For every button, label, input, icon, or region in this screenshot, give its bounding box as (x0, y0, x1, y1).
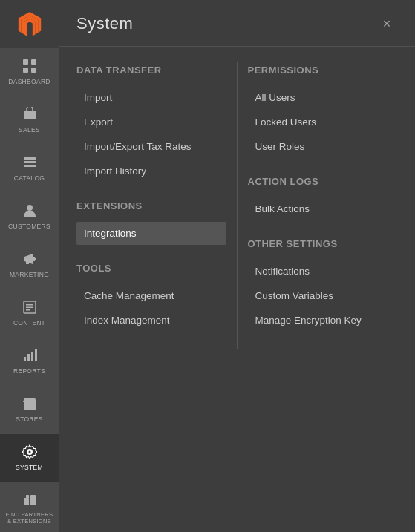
svg-rect-20 (27, 405, 32, 410)
svg-rect-12 (26, 304, 33, 306)
sales-icon (22, 107, 37, 124)
marketing-icon (22, 252, 37, 269)
system-icon (22, 444, 37, 462)
svg-rect-21 (24, 498, 29, 505)
sidebar-item-label-system: SYSTEM (16, 464, 43, 471)
action-logs-section: Action Logs Bulk Actions (248, 176, 398, 220)
svg-rect-14 (26, 309, 30, 311)
menu-item-custom-variables[interactable]: Custom Variables (248, 284, 398, 307)
other-settings-section: Other Settings Notifications Custom Vari… (248, 238, 398, 332)
menu-item-integrations[interactable]: Integrations (76, 222, 226, 245)
tools-section: Tools Cache Management Index Management (76, 263, 226, 332)
sidebar-item-label-stores: STORES (16, 416, 43, 423)
panel-title: System (76, 14, 133, 33)
menu-item-import-export-tax[interactable]: Import/Export Tax Rates (76, 135, 226, 158)
panel-header: System × (59, 0, 415, 47)
svg-rect-4 (24, 111, 36, 119)
svg-rect-10 (26, 261, 29, 264)
data-transfer-section: Data Transfer Import Export Import/Expor… (76, 65, 226, 183)
right-column: Permissions All Users Locked Users User … (238, 62, 408, 349)
menu-item-index-management[interactable]: Index Management (76, 309, 226, 332)
sidebar-item-label-marketing: MARKETING (10, 272, 49, 278)
menu-item-notifications[interactable]: Notifications (248, 260, 398, 283)
sidebar-item-system[interactable]: SYSTEM (0, 434, 59, 482)
sidebar-item-stores[interactable]: STORES (0, 386, 59, 434)
tools-title: Tools (76, 263, 226, 274)
menu-item-export[interactable]: Export (76, 111, 226, 134)
reports-icon (22, 348, 37, 365)
menu-item-bulk-actions[interactable]: Bulk Actions (248, 197, 398, 220)
menu-item-user-roles[interactable]: User Roles (248, 135, 398, 158)
svg-rect-3 (31, 68, 36, 73)
menu-item-cache-management[interactable]: Cache Management (76, 284, 226, 307)
svg-rect-2 (23, 68, 28, 73)
sidebar-item-label-reports: REPORTS (13, 368, 45, 375)
content-icon (22, 300, 37, 317)
svg-rect-15 (24, 357, 26, 361)
svg-rect-22 (30, 495, 36, 505)
svg-rect-0 (23, 59, 28, 65)
sidebar: DASHBOARD SALES CATALOG CUSTOMER (0, 0, 59, 532)
sidebar-item-find-partners[interactable]: FIND PARTNERS& EXTENSIONS (0, 482, 59, 532)
sidebar-item-marketing[interactable]: MARKETING (0, 241, 59, 289)
dashboard-icon (22, 59, 37, 76)
data-transfer-title: Data Transfer (76, 65, 226, 76)
action-logs-title: Action Logs (248, 176, 398, 187)
customers-icon (22, 203, 37, 220)
sidebar-item-label-dashboard: DASHBOARD (8, 79, 50, 85)
find-partners-icon (22, 492, 37, 509)
sidebar-item-customers[interactable]: CUSTOMERS (0, 193, 59, 241)
sidebar-logo[interactable] (0, 0, 59, 48)
sidebar-item-catalog[interactable]: CATALOG (0, 145, 59, 193)
menu-item-import-history[interactable]: Import History (76, 160, 226, 183)
stores-icon (22, 396, 37, 413)
system-panel: System × Data Transfer Import Export Imp… (59, 0, 415, 532)
sidebar-item-dashboard[interactable]: DASHBOARD (0, 48, 59, 96)
svg-rect-16 (27, 354, 30, 361)
sidebar-item-label-content: CONTENT (13, 320, 45, 326)
menu-item-all-users[interactable]: All Users (248, 86, 398, 109)
menu-item-locked-users[interactable]: Locked Users (248, 111, 398, 134)
sidebar-item-sales[interactable]: SALES (0, 96, 59, 145)
svg-rect-7 (24, 165, 36, 167)
magento-logo-icon (16, 10, 44, 39)
sidebar-item-label-find-partners: FIND PARTNERS& EXTENSIONS (3, 512, 56, 525)
svg-rect-1 (31, 59, 36, 65)
sidebar-item-label-customers: CUSTOMERS (8, 223, 50, 230)
svg-rect-23 (26, 495, 29, 498)
svg-point-8 (27, 205, 33, 211)
svg-rect-18 (35, 349, 37, 361)
sidebar-item-content[interactable]: CONTENT (0, 289, 59, 338)
menu-item-manage-encryption-key[interactable]: Manage Encryption Key (248, 309, 398, 332)
svg-rect-17 (31, 352, 33, 361)
svg-rect-6 (24, 161, 36, 163)
close-button[interactable]: × (376, 13, 397, 34)
permissions-section: Permissions All Users Locked Users User … (248, 65, 398, 158)
permissions-title: Permissions (248, 65, 398, 76)
sidebar-item-label-sales: SALES (19, 127, 40, 134)
sidebar-item-label-catalog: CATALOG (14, 175, 45, 182)
extensions-section: Extensions Integrations (76, 200, 226, 245)
svg-rect-5 (24, 157, 36, 160)
panel-body: Data Transfer Import Export Import/Expor… (59, 47, 415, 364)
catalog-icon (22, 155, 37, 172)
extensions-title: Extensions (76, 200, 226, 211)
svg-rect-9 (33, 257, 35, 261)
menu-item-import[interactable]: Import (76, 86, 226, 109)
sidebar-item-reports[interactable]: REPORTS (0, 338, 59, 386)
svg-rect-13 (26, 307, 33, 309)
left-column: Data Transfer Import Export Import/Expor… (66, 62, 237, 349)
other-settings-title: Other Settings (248, 238, 398, 249)
